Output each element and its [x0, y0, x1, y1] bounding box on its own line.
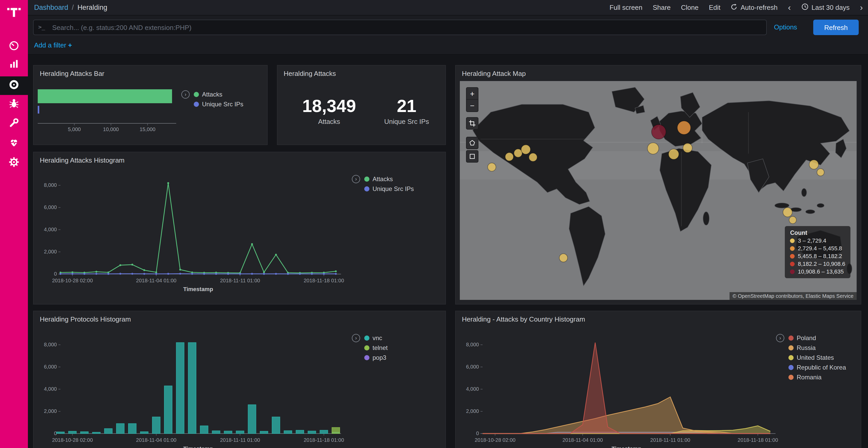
crop-tool-button[interactable] — [466, 117, 478, 130]
protocols-histogram-chart[interactable]: 02,0004,0006,0008,0002018-10-28 02:00201… — [34, 311, 445, 448]
map-legend-item[interactable]: 2,729.4 – 5,455.8 — [790, 245, 845, 251]
donut-chart-icon — [8, 79, 20, 92]
svg-text:0: 0 — [54, 271, 57, 277]
svg-text:2018-11-04 01:00: 2018-11-04 01:00 — [136, 278, 177, 283]
legend-label: 10,908.6 – 13,635 — [798, 268, 844, 275]
zoom-out-button[interactable]: − — [466, 100, 478, 112]
map-marker[interactable] — [677, 121, 691, 134]
chart-legend: › AttacksUnique Src IPs — [352, 175, 414, 193]
legend-item[interactable]: Poland — [788, 335, 846, 342]
sidebar-item-honeypot[interactable] — [0, 95, 28, 113]
sidebar-item-heralding[interactable] — [0, 76, 28, 95]
map-marker[interactable] — [683, 143, 692, 152]
metric-unique-src-ips: 21 Unique Src IPs — [373, 96, 440, 126]
zoom-in-button[interactable]: + — [466, 87, 478, 100]
legend-dot — [790, 269, 795, 274]
legend-label: telnet — [373, 344, 388, 351]
map-marker[interactable] — [529, 153, 537, 161]
legend-item[interactable]: Unique Src IPs — [364, 185, 414, 193]
sidebar — [0, 0, 28, 448]
polygon-tool-button[interactable] — [466, 137, 478, 149]
map-marker[interactable] — [521, 145, 530, 154]
map-attribution[interactable]: © OpenStreetMap contributors, Elastic Ma… — [730, 292, 857, 300]
map-marker[interactable] — [809, 160, 818, 169]
legend-item[interactable]: Unique Src IPs — [194, 101, 243, 108]
map-marker[interactable] — [647, 143, 659, 154]
edit-button[interactable]: Edit — [709, 4, 720, 11]
svg-text:4,000: 4,000 — [466, 386, 479, 392]
map-legend-item[interactable]: 5,455.8 – 8,182.2 — [790, 253, 845, 259]
legend-item[interactable]: vnc — [364, 335, 388, 342]
map-marker[interactable] — [652, 125, 666, 139]
map-marker[interactable] — [505, 152, 514, 161]
rectangle-tool-button[interactable] — [466, 150, 478, 163]
sidebar-item-health[interactable] — [0, 134, 28, 153]
map-marker[interactable] — [488, 163, 496, 171]
share-button[interactable]: Share — [653, 4, 671, 11]
chart-legend: › AttacksUnique Src IPs — [181, 90, 243, 108]
map-controls: + − — [466, 87, 478, 163]
map-legend-item[interactable]: 8,182.2 – 10,908.6 — [790, 261, 845, 267]
legend-toggle-icon[interactable]: › — [181, 90, 190, 99]
metric-label: Unique Src IPs — [373, 118, 440, 126]
search-input[interactable] — [33, 20, 767, 35]
legend-item[interactable]: Russia — [788, 344, 846, 351]
legend-item[interactable]: Republic of Korea — [788, 364, 846, 371]
legend-label: United States — [797, 354, 834, 361]
svg-text:Timestamp: Timestamp — [183, 445, 213, 448]
map-legend-item[interactable]: 3 – 2,729.4 — [790, 237, 845, 244]
svg-text:2018-10-28 02:00: 2018-10-28 02:00 — [52, 278, 93, 283]
chart-legend: › PolandRussiaUnited StatesRepublic of K… — [776, 334, 846, 381]
map-marker[interactable] — [559, 254, 567, 262]
bug-icon — [8, 98, 20, 111]
legend-item[interactable]: United States — [788, 354, 846, 361]
legend-toggle-icon[interactable]: › — [352, 334, 360, 342]
svg-text:2018-11-04 01:00: 2018-11-04 01:00 — [562, 437, 603, 443]
sidebar-item-dashboard[interactable] — [0, 37, 28, 56]
map-marker[interactable] — [783, 207, 792, 217]
legend-label: 8,182.2 – 10,908.6 — [798, 261, 845, 267]
map-legend-item[interactable]: 10,908.6 – 13,635 — [790, 268, 845, 275]
breadcrumb-dashboard-link[interactable]: Dashboard — [34, 4, 68, 11]
svg-text:2018-11-18 01:00: 2018-11-18 01:00 — [738, 437, 778, 443]
legend-dot — [364, 186, 369, 192]
map-marker[interactable] — [817, 169, 824, 176]
refresh-button[interactable]: Refresh — [813, 20, 859, 35]
legend-toggle-icon[interactable]: › — [776, 334, 784, 342]
svg-text:2018-11-18 01:00: 2018-11-18 01:00 — [304, 278, 344, 283]
panel-title: Heralding Attacks — [284, 70, 336, 77]
panel-protocols-histogram: Heralding Protocols Histogram 02,0004,00… — [33, 311, 446, 448]
map-marker[interactable] — [789, 216, 797, 223]
sidebar-item-visualize[interactable] — [0, 56, 28, 74]
legend-label: vnc — [373, 335, 382, 342]
time-forward-chevron-icon[interactable]: › — [860, 3, 863, 12]
legend-item[interactable]: Attacks — [194, 91, 243, 98]
full-screen-button[interactable]: Full screen — [610, 4, 642, 11]
time-back-chevron-icon[interactable]: ‹ — [788, 3, 791, 12]
auto-refresh-button[interactable]: Auto-refresh — [731, 3, 778, 12]
sidebar-item-settings[interactable] — [0, 154, 28, 172]
panel-attacks-histogram: Heralding Attacks Histogram 02,0004,0006… — [33, 152, 446, 305]
bar-chart-icon — [8, 58, 20, 72]
query-options-link[interactable]: Options — [774, 23, 797, 31]
world-map[interactable]: + − Count 3 – 2,729.42,729.4 – 5,455.85,… — [460, 81, 857, 300]
top-nav-bar: Dashboard / Heralding Full screen Share … — [28, 0, 868, 15]
time-range-picker[interactable]: Last 30 days — [801, 3, 849, 12]
legend-item[interactable]: Romania — [788, 374, 846, 381]
svg-text:2,000: 2,000 — [44, 408, 57, 414]
clone-button[interactable]: Clone — [681, 4, 699, 11]
legend-label: 2,729.4 – 5,455.8 — [798, 245, 842, 251]
map-marker[interactable] — [669, 149, 679, 159]
add-filter-link[interactable]: Add a filter + — [34, 41, 72, 49]
legend-item[interactable]: pop3 — [364, 354, 388, 361]
svg-text:2,000: 2,000 — [466, 408, 479, 414]
plus-icon: + — [68, 41, 72, 49]
telekom-logo-icon[interactable] — [0, 5, 28, 19]
legend-label: Romania — [797, 374, 822, 381]
clock-icon — [801, 3, 808, 12]
legend-toggle-icon[interactable]: › — [352, 175, 360, 183]
sidebar-item-tools[interactable] — [0, 114, 28, 133]
legend-item[interactable]: Attacks — [364, 175, 414, 183]
legend-item[interactable]: telnet — [364, 344, 388, 351]
svg-text:2018-11-11 01:00: 2018-11-11 01:00 — [220, 437, 260, 443]
